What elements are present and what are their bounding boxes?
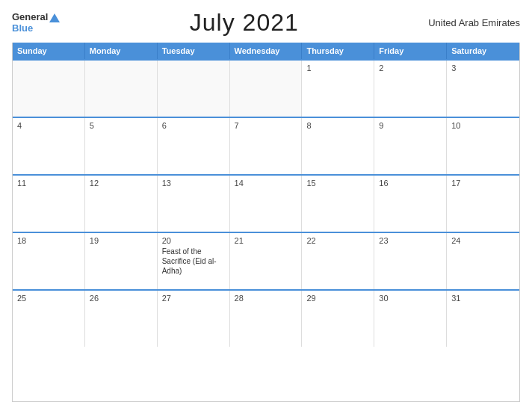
day-number: 28 (235, 294, 297, 303)
calendar-week-4: 181920Feast of the Sacrifice (Eid al-Adh… (13, 232, 519, 289)
day-number: 24 (451, 236, 515, 245)
cal-cell-w2-d2: 6 (158, 118, 230, 174)
day-number: 5 (90, 121, 152, 130)
calendar-week-1: 123 (13, 59, 519, 117)
day-number: 20 (162, 236, 225, 245)
cal-cell-w2-d3: 7 (230, 118, 303, 174)
col-monday: Monday (85, 43, 158, 59)
day-number: 8 (306, 121, 369, 130)
col-wednesday: Wednesday (230, 43, 303, 59)
day-number: 30 (379, 294, 442, 303)
day-number: 2 (379, 64, 442, 72)
cal-cell-w3-d6: 17 (447, 176, 519, 232)
cal-cell-w5-d5: 30 (374, 291, 447, 347)
cal-cell-w5-d0: 25 (13, 291, 85, 347)
cal-cell-w4-d5: 23 (374, 233, 447, 289)
cal-cell-w4-d3: 21 (230, 233, 303, 289)
cal-cell-w3-d1: 12 (85, 176, 158, 232)
cal-cell-w4-d4: 22 (302, 233, 374, 289)
cal-cell-w2-d1: 5 (85, 118, 158, 174)
cal-cell-w1-d0 (13, 61, 85, 117)
day-number: 13 (162, 179, 225, 188)
day-number: 17 (451, 179, 515, 188)
day-number: 29 (306, 294, 369, 303)
page: General Blue July 2021 United Arab Emira… (0, 0, 532, 411)
col-tuesday: Tuesday (158, 43, 230, 59)
calendar-body: 1234567891011121314151617181920Feast of … (13, 59, 519, 347)
day-number: 16 (379, 179, 442, 188)
header: General Blue July 2021 United Arab Emira… (12, 9, 520, 37)
day-number: 23 (379, 236, 442, 245)
calendar-title: July 2021 (190, 9, 299, 37)
day-number: 31 (451, 294, 515, 303)
cal-cell-w2-d6: 10 (447, 118, 519, 174)
logo-blue-text: Blue (12, 23, 60, 34)
cal-cell-w5-d6: 31 (447, 291, 519, 347)
cal-cell-w1-d5: 2 (374, 61, 447, 117)
cal-cell-w4-d0: 18 (13, 233, 85, 289)
logo-general-text: General (12, 12, 60, 22)
cal-cell-w1-d2 (158, 61, 230, 117)
col-sunday: Sunday (13, 43, 85, 59)
day-number: 21 (235, 236, 297, 245)
event-label: Feast of the Sacrifice (Eid al-Adha) (162, 247, 217, 275)
cal-cell-w5-d4: 29 (302, 291, 374, 347)
day-number: 27 (162, 294, 225, 303)
day-number: 25 (17, 294, 80, 303)
day-number: 10 (451, 121, 515, 130)
day-number: 6 (162, 121, 225, 130)
cal-cell-w5-d2: 27 (158, 291, 230, 347)
cal-cell-w2-d4: 8 (302, 118, 374, 174)
day-number: 26 (90, 294, 152, 303)
cal-cell-w1-d4: 1 (302, 61, 374, 117)
cal-cell-w3-d5: 16 (374, 176, 447, 232)
day-number: 9 (379, 121, 442, 130)
col-thursday: Thursday (302, 43, 374, 59)
day-number: 19 (90, 236, 152, 245)
calendar-header: Sunday Monday Tuesday Wednesday Thursday… (13, 43, 519, 59)
day-number: 12 (90, 179, 152, 188)
day-number: 3 (451, 64, 515, 72)
cal-cell-w3-d3: 14 (230, 176, 303, 232)
cal-cell-w1-d3 (230, 61, 303, 117)
col-friday: Friday (374, 43, 447, 59)
country-label: United Arab Emirates (428, 17, 520, 28)
logo: General Blue (12, 12, 60, 34)
cal-cell-w2-d0: 4 (13, 118, 85, 174)
calendar-week-2: 45678910 (13, 117, 519, 174)
cal-cell-w5-d3: 28 (230, 291, 303, 347)
day-number: 1 (306, 64, 369, 72)
calendar: Sunday Monday Tuesday Wednesday Thursday… (12, 43, 520, 402)
cal-cell-w3-d2: 13 (158, 176, 230, 232)
cal-cell-w4-d1: 19 (85, 233, 158, 289)
cal-cell-w2-d5: 9 (374, 118, 447, 174)
day-number: 18 (17, 236, 80, 245)
cal-cell-w4-d6: 24 (447, 233, 519, 289)
logo-triangle-icon (49, 13, 60, 22)
calendar-week-3: 11121314151617 (13, 174, 519, 232)
cal-cell-w5-d1: 26 (85, 291, 158, 347)
cal-cell-w3-d0: 11 (13, 176, 85, 232)
day-number: 11 (17, 179, 80, 188)
day-number: 14 (235, 179, 297, 188)
day-number: 7 (235, 121, 297, 130)
cal-cell-w1-d6: 3 (447, 61, 519, 117)
cal-cell-w3-d4: 15 (302, 176, 374, 232)
day-number: 15 (306, 179, 369, 188)
day-number: 22 (306, 236, 369, 245)
cal-cell-w1-d1 (85, 61, 158, 117)
col-saturday: Saturday (447, 43, 519, 59)
cal-cell-w4-d2: 20Feast of the Sacrifice (Eid al-Adha) (158, 233, 230, 289)
calendar-week-5: 25262728293031 (13, 289, 519, 347)
day-number: 4 (17, 121, 80, 130)
